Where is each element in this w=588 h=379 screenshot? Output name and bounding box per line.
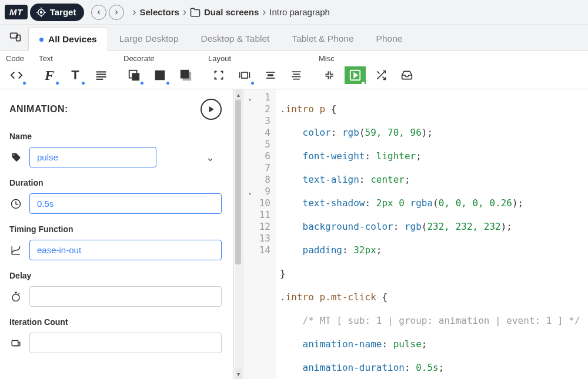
tab-all-devices[interactable]: All Devices xyxy=(28,28,108,51)
svg-line-39 xyxy=(19,293,20,294)
panel-title: ANIMATION: xyxy=(9,104,68,115)
curve-icon xyxy=(9,245,22,256)
target-button[interactable]: Target xyxy=(30,4,85,21)
play-animation-button[interactable] xyxy=(201,99,222,120)
paragraph-button[interactable] xyxy=(91,66,112,84)
field-iteration: Iteration Count xyxy=(9,317,222,353)
code-icon xyxy=(9,69,24,82)
breadcrumb: › Selectors › Dual screens › Intro parag… xyxy=(132,6,330,18)
timing-input[interactable] xyxy=(29,240,222,260)
svg-rect-10 xyxy=(96,76,106,78)
svg-rect-11 xyxy=(96,79,103,80)
toolbar-group-label: Misc xyxy=(319,54,417,63)
tab-phone[interactable]: Phone xyxy=(365,27,414,50)
svg-marker-28 xyxy=(354,73,358,77)
delay-input[interactable] xyxy=(29,286,222,307)
shadow-icon xyxy=(179,69,192,82)
font-button[interactable]: F xyxy=(39,66,60,84)
toolbar-group-label: Layout xyxy=(208,54,307,63)
field-label: Delay xyxy=(9,271,222,280)
field-label: Name xyxy=(9,132,222,141)
code-button[interactable] xyxy=(6,66,27,84)
tab-desktop-tablet[interactable]: Desktop & Tablet xyxy=(190,27,281,50)
inbox-button[interactable] xyxy=(396,66,417,84)
modified-dot-icon xyxy=(362,82,365,85)
field-label: Duration xyxy=(9,178,222,187)
shuffle-button[interactable] xyxy=(370,66,392,84)
device-tabs: All Devices Large Desktop Desktop & Tabl… xyxy=(0,25,588,51)
play-icon xyxy=(207,105,215,113)
background-button[interactable] xyxy=(123,66,145,84)
text-style-button[interactable]: T xyxy=(65,66,86,84)
border-button[interactable] xyxy=(149,66,171,84)
code-content[interactable]: .intro p { color: rgb(59, 70, 96); font-… xyxy=(276,89,588,379)
collapse-button[interactable] xyxy=(319,66,340,84)
collapse-icon xyxy=(323,69,336,81)
target-icon xyxy=(36,7,46,18)
svg-line-31 xyxy=(377,71,379,73)
toolbar-group-misc: Misc xyxy=(313,51,423,89)
modified-dot-icon xyxy=(251,82,254,85)
field-timing: Timing Function xyxy=(9,224,222,260)
toolbar-group-label: Decorate xyxy=(123,54,196,63)
arrow-left-icon xyxy=(95,9,102,16)
scroll-down-icon[interactable]: ▾ xyxy=(235,368,242,379)
breadcrumb-sep: › xyxy=(132,6,136,18)
svg-rect-9 xyxy=(96,74,106,75)
nav-arrows xyxy=(91,5,124,20)
spacing-icon xyxy=(238,69,251,81)
svg-rect-8 xyxy=(96,71,106,72)
align-v-button[interactable] xyxy=(286,66,307,84)
svg-rect-17 xyxy=(242,72,248,78)
font-icon: F xyxy=(45,68,54,83)
top-bar: MT Target › Selectors › Dual screens › I… xyxy=(0,0,588,25)
play-square-icon xyxy=(349,69,362,82)
field-name: Name ⌄ xyxy=(9,132,222,167)
svg-point-36 xyxy=(12,294,19,301)
modified-dot-icon xyxy=(82,82,85,85)
shuffle-icon xyxy=(375,69,387,81)
svg-rect-25 xyxy=(292,76,301,78)
svg-rect-22 xyxy=(268,74,273,76)
main-area: ANIMATION: Name ⌄ Duration xyxy=(0,89,588,379)
svg-rect-26 xyxy=(293,79,300,80)
iteration-input[interactable] xyxy=(29,333,222,353)
shadow-button[interactable] xyxy=(175,66,196,84)
tab-label: All Devices xyxy=(48,34,97,45)
active-dot-icon xyxy=(39,38,44,42)
toolbar-group-text: Text F T xyxy=(33,51,118,89)
duration-input[interactable] xyxy=(29,193,222,214)
scrollbar-thumb[interactable] xyxy=(235,100,241,264)
iteration-icon xyxy=(9,338,22,348)
tab-large-desktop[interactable]: Large Desktop xyxy=(108,27,190,50)
toolbar: Code Text F T Decorate xyxy=(0,51,588,89)
name-select[interactable] xyxy=(29,147,156,167)
code-editor[interactable]: ▾1 2 3 4 5 6 7 8 ▾9 10 11 12 13 14 .intr… xyxy=(243,89,588,379)
forward-button[interactable] xyxy=(109,5,124,20)
svg-rect-14 xyxy=(155,71,165,81)
back-button[interactable] xyxy=(91,5,106,20)
tag-icon xyxy=(9,152,22,162)
dimensions-button[interactable] xyxy=(208,66,229,84)
toolbar-group-label: Code xyxy=(6,54,27,63)
spacing-button[interactable] xyxy=(234,66,255,84)
breadcrumb-selectors[interactable]: Selectors xyxy=(139,7,179,17)
animation-button[interactable] xyxy=(345,66,366,84)
align-h-button[interactable] xyxy=(260,66,281,84)
app-logo: MT xyxy=(5,5,28,19)
field-label: Timing Function xyxy=(9,224,222,234)
tab-tablet-phone[interactable]: Tablet & Phone xyxy=(280,27,365,50)
target-label: Target xyxy=(50,7,76,17)
breadcrumb-intro-paragraph[interactable]: Intro paragraph xyxy=(269,7,330,17)
border-icon xyxy=(153,69,166,82)
breadcrumb-dual-screens[interactable]: Dual screens xyxy=(190,7,259,18)
chevron-down-icon: ⌄ xyxy=(206,151,215,164)
breadcrumb-sep: › xyxy=(262,6,266,18)
svg-rect-40 xyxy=(12,340,18,346)
scroll-up-icon[interactable]: ▴ xyxy=(235,89,242,100)
field-delay: Delay xyxy=(9,271,222,307)
scrollbar[interactable]: ▴ ▾ xyxy=(235,89,244,379)
svg-point-1 xyxy=(40,11,42,13)
devices-icon-button[interactable] xyxy=(5,28,26,46)
arrow-right-icon xyxy=(113,9,120,16)
